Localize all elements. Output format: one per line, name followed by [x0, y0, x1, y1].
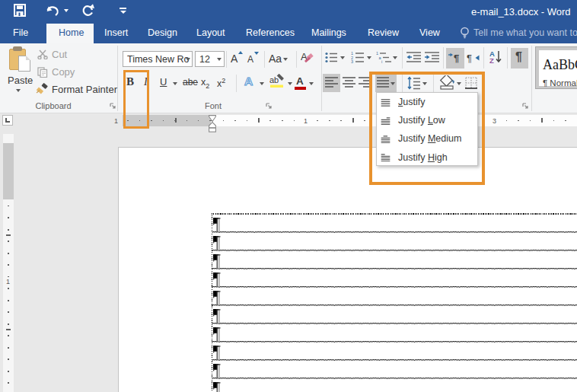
svg-text:¶: ¶: [454, 53, 459, 63]
svg-text:Z: Z: [489, 56, 494, 64]
svg-text:¶: ¶: [467, 53, 472, 63]
svg-text:i: i: [381, 59, 382, 63]
svg-text:3: 3: [351, 59, 353, 63]
svg-text:ab: ab: [269, 75, 279, 84]
